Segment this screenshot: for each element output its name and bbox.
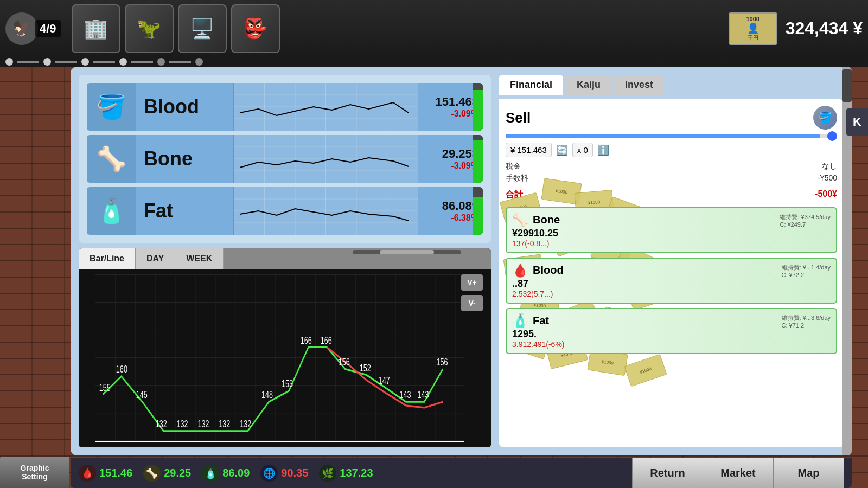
blood-value: 151.463 [435, 95, 478, 109]
fat-status-icon: 🧴 [202, 465, 219, 482]
bone-resource-card: 🦴 Bone 維持費: ¥374.5/day C: ¥249.7 ¥29910.… [506, 207, 837, 253]
progress-line-2 [55, 61, 77, 63]
graphic-setting-btn[interactable]: Graphic Setting [0, 457, 69, 488]
total-label: 合計 [506, 189, 523, 201]
nav-btn-boss[interactable]: 👺 [231, 4, 280, 53]
v-plus-btn[interactable]: V+ [461, 274, 483, 291]
fat-market-val: 1295. [512, 329, 831, 340]
market-btn[interactable]: Market [703, 458, 773, 488]
fat-card-icon: 🧴 [512, 313, 528, 329]
bill-top-value: 1000 [746, 16, 759, 22]
plant-status-icon: 🌿 [319, 465, 336, 482]
chart-tab-day[interactable]: DAY [136, 248, 175, 269]
nav-btn-factory[interactable]: 🦖 [125, 4, 174, 53]
right-edge-k-btn[interactable]: K [846, 108, 868, 136]
total-row: 合計 -500¥ [506, 187, 837, 202]
bone-fill-inner [473, 140, 483, 183]
sell-icon: 🪣 [813, 106, 837, 130]
panel-tabs: Financial Kaiju Invest [499, 75, 844, 95]
blood-chart [233, 83, 418, 131]
return-btn[interactable]: Return [632, 458, 703, 488]
tab-invest[interactable]: Invest [614, 75, 664, 95]
left-panel: 🪣 Blood [79, 75, 491, 447]
nav-btn-trading[interactable]: 🖥️ [178, 4, 227, 53]
bone-maintenance: 維持費: ¥374.5/day C: ¥249.7 [780, 213, 831, 228]
svg-text:143: 143 [418, 389, 429, 400]
unknown-status-icon: 🌐 [260, 465, 278, 482]
bottom-bar: 🩸 151.46 🦴 29.25 🧴 86.09 🌐 90.35 🌿 137.2… [71, 458, 852, 488]
blood-change-val: 2.532(5.7...) [512, 290, 831, 298]
fat-maintenance: 維持費: ¥...3.6/day C: ¥71.2 [782, 314, 831, 329]
fee-row: 手数料 -¥500 [506, 172, 837, 184]
blood-card-name: Blood [533, 264, 564, 277]
graphic-setting-label-1: Graphic [21, 464, 49, 472]
fee-value: -¥500 [818, 174, 837, 183]
progress-bar-row [0, 57, 868, 67]
resource-row-bone: 🦴 Bone 29.253 [87, 135, 483, 183]
sell-inputs: ¥ 151.463 🔄 x 0 ℹ️ [506, 143, 837, 157]
tax-value: なし [822, 162, 837, 171]
graphic-setting-label-2: Setting [22, 472, 47, 481]
fat-card-header: 🧴 Fat 維持費: ¥...3.6/day C: ¥71.2 [512, 313, 831, 329]
svg-text:132: 132 [219, 419, 230, 429]
right-panel: Financial Kaiju Invest Sell 🪣 [499, 75, 844, 447]
sell-slider[interactable] [506, 134, 837, 138]
sell-qty-box[interactable]: x 0 [572, 143, 593, 157]
svg-text:156: 156 [436, 357, 448, 367]
progress-dot-4 [119, 58, 127, 66]
blood-icon: 🪣 [87, 83, 136, 131]
bone-chart [233, 135, 418, 183]
progress-dot-6 [195, 58, 203, 66]
refresh-icon[interactable]: 🔄 [556, 144, 568, 156]
sell-bucket-icon: 🪣 [813, 106, 837, 130]
bill-image: 1000 👤 千円 [729, 12, 777, 45]
tab-kaiju[interactable]: Kaiju [566, 75, 611, 95]
blood-fill-inner [473, 90, 483, 131]
bone-icon: 🦴 [87, 135, 136, 183]
plant-status-val: 137.23 [340, 467, 373, 479]
map-btn[interactable]: Map [773, 458, 844, 488]
info-icon[interactable]: ℹ️ [597, 144, 609, 156]
chart-body: 155 160 145 132 132 132 132 132 148 153 … [79, 269, 491, 447]
sell-slider-fill [506, 134, 820, 138]
v-minus-btn[interactable]: V- [461, 295, 483, 311]
svg-text:145: 145 [136, 389, 148, 400]
svg-text:156: 156 [339, 357, 350, 367]
bone-card-icon: 🦴 [512, 213, 528, 228]
fat-icon: 🧴 [87, 187, 136, 235]
sell-slider-thumb [827, 131, 837, 141]
fat-change-val: 3.912.491(-6%) [512, 340, 831, 349]
chart-tab-barline[interactable]: Bar/Line [79, 248, 136, 269]
fat-chart-svg [234, 187, 418, 235]
money-display: 1000 👤 千円 324,434 ¥ [729, 12, 863, 45]
fat-chart [233, 187, 418, 235]
svg-text:152: 152 [360, 363, 371, 373]
tab-financial[interactable]: Financial [499, 75, 563, 95]
blood-card-icon: 🩸 [512, 263, 528, 278]
fat-card-name: Fat [533, 314, 549, 327]
chart-scrollbar[interactable] [353, 250, 461, 254]
main-chart-svg: 155 160 145 132 132 132 132 132 148 153 … [95, 274, 464, 442]
resource-bars: 🪣 Blood [79, 75, 491, 243]
status-unknown: 🌐 90.35 [260, 465, 308, 482]
counter-badge: 4/9 [35, 20, 61, 37]
svg-text:132: 132 [240, 419, 251, 429]
chart-tab-week[interactable]: WEEK [175, 248, 224, 269]
bone-change-val: 137(-0.8...) [512, 239, 831, 248]
fat-status-val: 86.09 [222, 467, 250, 479]
nav-btn-office[interactable]: 🏢 [72, 4, 120, 53]
blood-status-icon: 🩸 [79, 465, 96, 482]
bird-icon: 🦅 [5, 12, 38, 45]
sell-label: Sell [506, 110, 531, 126]
svg-rect-24 [95, 274, 464, 442]
sell-price-box[interactable]: ¥ 151.463 [506, 143, 552, 157]
svg-text:153: 153 [282, 378, 293, 389]
bone-status-val: 29.25 [164, 467, 191, 479]
fat-name: Fat [136, 200, 233, 222]
total-value: -500¥ [815, 189, 837, 201]
status-plant: 🌿 137.23 [319, 465, 373, 482]
bottom-nav: Return Market Map [632, 458, 844, 488]
bone-card-name: Bone [533, 214, 560, 226]
chart-scrollbar-thumb [380, 250, 434, 254]
progress-dot-2 [43, 58, 51, 66]
